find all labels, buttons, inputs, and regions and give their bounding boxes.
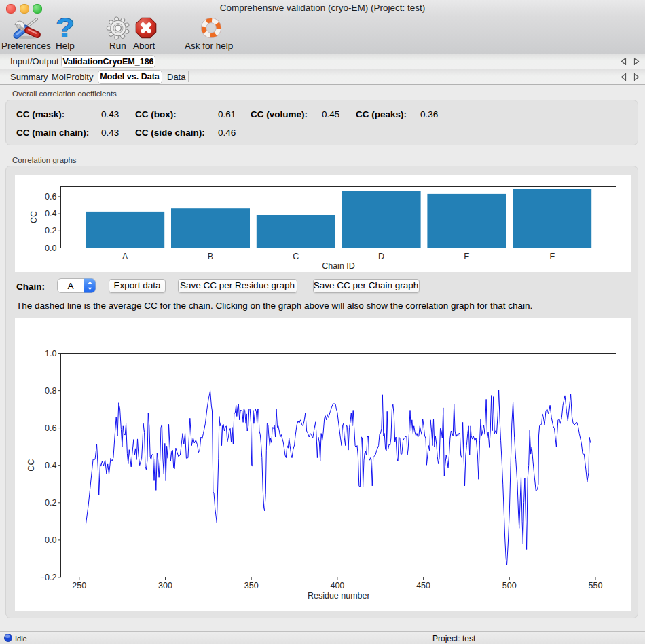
svg-text:0.2: 0.2: [45, 498, 56, 508]
svg-text:400: 400: [330, 581, 344, 590]
svg-text:1.0: 1.0: [45, 349, 56, 358]
svg-text:C: C: [293, 252, 299, 261]
svg-text:350: 350: [244, 581, 259, 590]
svg-text:0.6: 0.6: [45, 192, 56, 202]
svg-text:CC: CC: [26, 459, 36, 472]
svg-text:0.4: 0.4: [45, 461, 56, 470]
svg-text:−0.2: −0.2: [40, 573, 57, 582]
svg-text:500: 500: [502, 581, 517, 590]
svg-text:550: 550: [589, 581, 603, 590]
svg-text:D: D: [378, 252, 384, 261]
svg-text:0.0: 0.0: [45, 244, 56, 253]
svg-text:A: A: [122, 252, 128, 261]
svg-text:A: A: [67, 281, 73, 291]
svg-text:300: 300: [158, 581, 172, 590]
svg-text:450: 450: [416, 581, 430, 590]
svg-text:CC: CC: [29, 211, 39, 223]
svg-text:Residue number: Residue number: [308, 591, 370, 601]
svg-text:B: B: [208, 252, 213, 261]
svg-text:0.6: 0.6: [45, 423, 56, 433]
svg-text:0.8: 0.8: [45, 386, 56, 396]
svg-text:F: F: [549, 252, 555, 261]
svg-text:?: ?: [56, 16, 74, 40]
svg-text:0.0: 0.0: [45, 535, 56, 545]
svg-text:250: 250: [72, 581, 86, 590]
svg-text:Chain ID: Chain ID: [322, 261, 355, 271]
svg-text:0.4: 0.4: [45, 209, 56, 219]
svg-text:0.2: 0.2: [45, 226, 56, 235]
svg-text:E: E: [464, 252, 469, 261]
